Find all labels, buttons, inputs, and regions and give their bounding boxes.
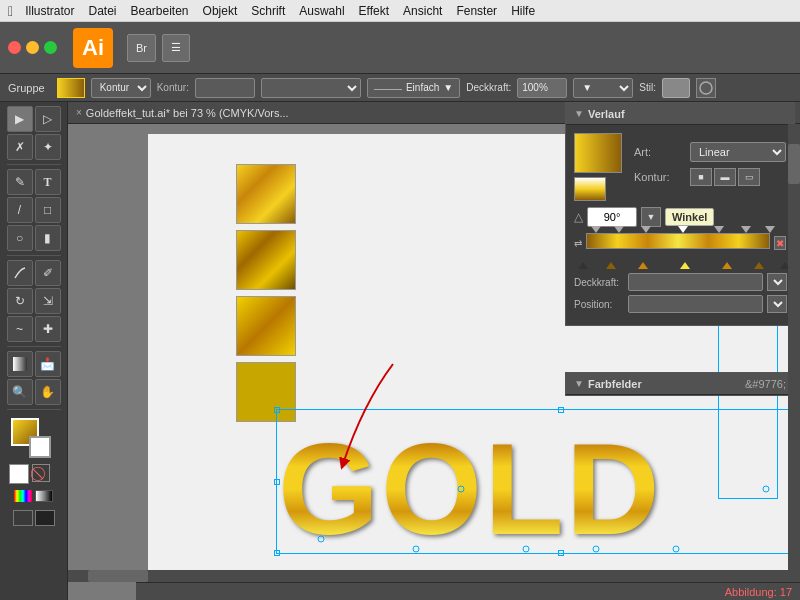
menu-auswahl[interactable]: Auswahl (299, 4, 344, 18)
lasso-tool[interactable]: ✗ (7, 134, 33, 160)
stop-top-5[interactable] (741, 226, 751, 233)
pencil-tool[interactable]: ✐ (35, 260, 61, 286)
shape-builder-tool[interactable]: ✚ (35, 316, 61, 342)
pen-tool[interactable]: ✎ (7, 169, 33, 195)
color-stop-5[interactable] (754, 262, 764, 269)
menu-effekt[interactable]: Effekt (359, 4, 389, 18)
fill-color-btn[interactable] (57, 78, 85, 98)
einfach-btn[interactable]: —— Einfach ▼ (367, 78, 460, 98)
gold-swatch-3[interactable] (236, 296, 296, 356)
color-stop-active[interactable] (680, 262, 690, 269)
gradient-mode-btn[interactable] (35, 490, 53, 502)
gold-swatch-4[interactable] (236, 362, 296, 422)
menu-datei[interactable]: Datei (88, 4, 116, 18)
select-tool[interactable]: ▶ (7, 106, 33, 132)
gold-swatch-2[interactable] (236, 230, 296, 290)
close-window-btn[interactable] (8, 41, 21, 54)
rect-tool[interactable]: □ (35, 197, 61, 223)
menu-illustrator[interactable]: Illustrator (25, 4, 74, 18)
stroke-select[interactable] (261, 78, 361, 98)
color-stop-2[interactable] (606, 262, 616, 269)
delete-stop-btn[interactable]: ✖ (774, 236, 786, 250)
zoom-tool[interactable]: 🔍 (7, 379, 33, 405)
warp-tool[interactable]: ~ (7, 316, 33, 342)
apple-menu[interactable]:  (8, 3, 13, 19)
top-toolbar: Ai Br ☰ (0, 22, 800, 74)
canvas-area: × Goldeffekt_tut.ai* bei 73 % (CMYK/Vors… (68, 102, 800, 600)
paintbucket-tool[interactable]: ▮ (35, 225, 61, 251)
winkel-badge: Winkel (665, 208, 714, 226)
menu-hilfe[interactable]: Hilfe (511, 4, 535, 18)
kontur-select[interactable]: Kontur (91, 78, 151, 98)
ellipse-tool[interactable]: ○ (7, 225, 33, 251)
gold-swatch-1[interactable] (236, 164, 296, 224)
bridge-btn[interactable]: Br (127, 34, 156, 62)
eyedropper-tool[interactable]: 📩 (35, 351, 61, 377)
screen-mode-full[interactable] (35, 510, 55, 526)
scrollbar-bottom[interactable] (68, 570, 788, 582)
scrollbar-right-thumb[interactable] (788, 144, 800, 184)
none-color[interactable]: ⃠ (32, 464, 50, 482)
gradient-tool[interactable] (7, 351, 33, 377)
handle-tc[interactable] (558, 407, 564, 413)
kontur-btn-1[interactable]: ■ (690, 168, 712, 186)
menu-bearbeiten[interactable]: Bearbeiten (131, 4, 189, 18)
kontur-color-btn[interactable] (195, 78, 255, 98)
angle-input[interactable] (587, 207, 637, 227)
farbfelder-panel-header[interactable]: ▼ Farbfelder &#9776; (566, 373, 794, 395)
magic-wand-tool[interactable]: ✦ (35, 134, 61, 160)
angle-dropdown[interactable]: ▼ (641, 207, 661, 227)
swatch-column (236, 164, 296, 422)
gradient-preview-small[interactable] (574, 177, 606, 201)
color-mode-btn[interactable] (14, 490, 32, 502)
deckkraft-input[interactable] (517, 78, 567, 98)
kontur-btns: ■ ▬ ▭ (690, 168, 760, 186)
menu-schrift[interactable]: Schrift (251, 4, 285, 18)
color-stop-4[interactable] (722, 262, 732, 269)
stroke-color[interactable] (9, 464, 29, 484)
deckkraft-dropdown[interactable]: ▼ (573, 78, 633, 98)
kontur-btn-3[interactable]: ▭ (738, 168, 760, 186)
arrange-btn[interactable]: ☰ (162, 34, 190, 62)
deckkraft-panel-input[interactable] (628, 273, 763, 291)
maximize-window-btn[interactable] (44, 41, 57, 54)
minimize-window-btn[interactable] (26, 41, 39, 54)
color-stop-3[interactable] (638, 262, 648, 269)
position-panel-select[interactable]: ▼ (767, 295, 787, 313)
close-tab-btn[interactable]: × (76, 107, 82, 118)
scale-tool[interactable]: ⇲ (35, 288, 61, 314)
background-color[interactable] (29, 436, 51, 458)
text-tool[interactable]: T (35, 169, 61, 195)
farbfelder-menu-icon[interactable]: &#9776; (745, 378, 786, 390)
hand-tool[interactable]: ✋ (35, 379, 61, 405)
opacity-icon[interactable] (696, 78, 716, 98)
position-panel-label: Position: (574, 299, 624, 310)
line-tool[interactable]: / (7, 197, 33, 223)
rotate-tool[interactable]: ↻ (7, 288, 33, 314)
position-panel-input[interactable] (628, 295, 763, 313)
stop-top-1[interactable] (591, 226, 601, 233)
verlauf-panel-header[interactable]: ▼ Verlauf (566, 103, 794, 125)
stop-top-4[interactable] (714, 226, 724, 233)
stop-top-active[interactable] (678, 226, 688, 233)
color-stop-1[interactable] (578, 262, 588, 269)
gradient-bar[interactable] (586, 233, 770, 249)
scrollbar-bottom-thumb[interactable] (88, 570, 148, 582)
kontur-panel-label: Kontur: (634, 171, 684, 183)
gradient-preview-main[interactable] (574, 133, 622, 173)
screen-mode-normal[interactable] (13, 510, 33, 526)
menu-objekt[interactable]: Objekt (203, 4, 238, 18)
stop-top-2[interactable] (614, 226, 624, 233)
stop-top-6[interactable] (765, 226, 775, 233)
menu-ansicht[interactable]: Ansicht (403, 4, 442, 18)
direct-select-tool[interactable]: ▷ (35, 106, 61, 132)
kontur-btn-2[interactable]: ▬ (714, 168, 736, 186)
stop-top-3[interactable] (641, 226, 651, 233)
menu-fenster[interactable]: Fenster (456, 4, 497, 18)
stil-box[interactable] (662, 78, 690, 98)
stil-label: Stil: (639, 82, 656, 93)
art-dropdown[interactable]: Linear Radial (690, 142, 786, 162)
scrollbar-right[interactable] (788, 124, 800, 582)
deckkraft-panel-select[interactable]: ▼ (767, 273, 787, 291)
brush-tool[interactable] (7, 260, 33, 286)
